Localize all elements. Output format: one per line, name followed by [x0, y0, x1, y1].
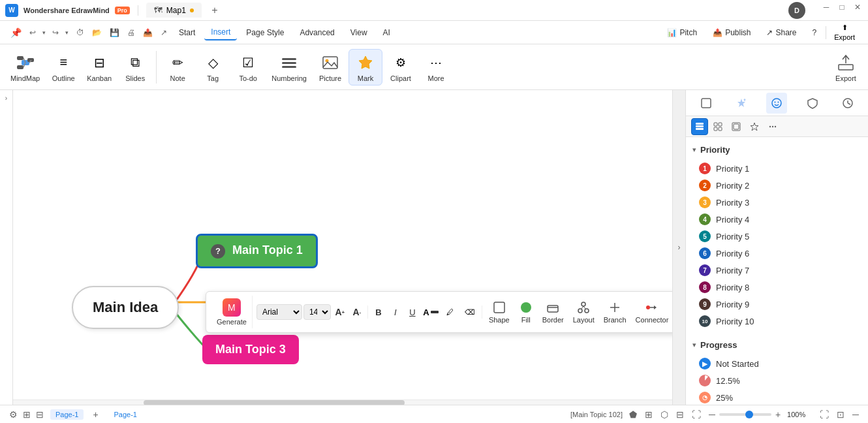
ribbon-export[interactable]: Export: [829, 50, 863, 85]
pitch-button[interactable]: 📊 Pitch: [660, 25, 704, 40]
zoom-out-button[interactable]: ─: [707, 409, 717, 420]
panel-frame-view-button[interactable]: [728, 118, 745, 135]
priority-item-6[interactable]: 6 Priority 6: [696, 245, 858, 262]
priority-item-1[interactable]: 1 Priority 1: [696, 160, 858, 177]
user-avatar[interactable]: D: [788, 2, 805, 19]
progress-section-header[interactable]: ▾ Progress: [691, 337, 863, 352]
panel-clock-button[interactable]: [837, 93, 858, 114]
print-button[interactable]: 🖨: [125, 27, 138, 39]
ribbon-todo[interactable]: ☑ To-do: [231, 50, 265, 85]
minimize-button[interactable]: ─: [821, 2, 831, 12]
ribbon-slides[interactable]: ⧉ Slides: [118, 50, 152, 85]
panel-more-view-button[interactable]: [764, 118, 781, 135]
status-fit-3[interactable]: ⬡: [659, 409, 670, 420]
status-fit-5[interactable]: ⛶: [690, 409, 702, 420]
share-small-button[interactable]: ↗: [158, 27, 170, 39]
zoom-slider[interactable]: [719, 413, 771, 416]
font-family-select[interactable]: Arial: [256, 304, 302, 320]
branch-button[interactable]: Branch: [600, 299, 630, 325]
panel-list-view-button[interactable]: [691, 118, 708, 135]
layout-button[interactable]: Layout: [569, 299, 598, 325]
page-layout-icon[interactable]: ⊟: [35, 409, 45, 420]
menu-start[interactable]: Start: [172, 25, 202, 40]
ribbon-tag[interactable]: ◇ Tag: [196, 50, 230, 85]
priority-item-5[interactable]: 5 Priority 5: [696, 228, 858, 245]
priority-item-7[interactable]: 7 Priority 7: [696, 262, 858, 279]
panel-grid-view-button[interactable]: [709, 118, 726, 135]
canvas[interactable]: Main Idea ? Main Topic 1 Main Topic 3 M …: [13, 90, 672, 405]
redo-dropdown[interactable]: ▾: [63, 28, 71, 37]
minus-icon[interactable]: ─: [851, 409, 860, 420]
publish-button[interactable]: 📤 Publish: [706, 25, 757, 40]
generate-button[interactable]: M Generate: [211, 296, 253, 328]
font-grow-button[interactable]: A+: [332, 304, 348, 320]
save-button[interactable]: 💾: [107, 27, 122, 39]
progress-item-12[interactable]: 12.5%: [696, 372, 858, 389]
priority-item-2[interactable]: 2 Priority 2: [696, 177, 858, 194]
map-tab[interactable]: 🗺 Map1: [146, 3, 202, 18]
ribbon-picture[interactable]: Picture: [313, 50, 347, 85]
panel-sparkle-button[interactable]: [731, 93, 752, 114]
help-button[interactable]: ?: [806, 25, 824, 40]
panel-star-view-button[interactable]: [746, 118, 763, 135]
panel-emoji-button[interactable]: [766, 93, 787, 114]
underline-button[interactable]: U: [405, 304, 420, 320]
ribbon-mark[interactable]: Mark: [349, 49, 382, 86]
zoom-in-button[interactable]: +: [774, 409, 782, 420]
panel-shape-button[interactable]: [696, 93, 717, 114]
panel-toggle-button[interactable]: ›: [672, 90, 685, 405]
fit-screen-button[interactable]: ⛶: [818, 409, 830, 420]
ribbon-kanban[interactable]: ⊟ Kanban: [82, 50, 117, 85]
status-fit-4[interactable]: ⊟: [675, 409, 685, 420]
pin-icon[interactable]: 📌: [8, 25, 24, 40]
canvas-scrollbar[interactable]: [13, 400, 672, 405]
priority-item-10[interactable]: 10 Priority 10: [696, 313, 858, 330]
add-page-button[interactable]: +: [89, 408, 102, 421]
text-color-button[interactable]: A: [422, 304, 440, 320]
topic-1-node[interactable]: ? Main Topic 1: [196, 234, 318, 268]
page-settings-icon[interactable]: ⚙: [8, 409, 19, 420]
menu-ai[interactable]: AI: [377, 25, 397, 40]
menu-view[interactable]: View: [344, 25, 374, 40]
priority-item-8[interactable]: 8 Priority 8: [696, 279, 858, 296]
main-idea-node[interactable]: Main Idea: [72, 286, 179, 329]
status-fit-1[interactable]: ⬟: [628, 409, 638, 420]
topic-3-node[interactable]: Main Topic 3: [202, 335, 299, 364]
status-fit-2[interactable]: ⊞: [643, 409, 654, 420]
connector-button[interactable]: Connector: [632, 299, 672, 325]
export-button[interactable]: ⬆ Export: [829, 21, 860, 44]
scrollbar-thumb[interactable]: [144, 400, 405, 405]
redo-button[interactable]: ↪: [50, 27, 61, 39]
menu-insert[interactable]: Insert: [204, 25, 237, 40]
ribbon-outline[interactable]: ≡ Outline: [46, 50, 80, 85]
fill-button[interactable]: Fill: [515, 299, 537, 325]
priority-item-9[interactable]: 9 Priority 9: [696, 296, 858, 313]
eraser-button[interactable]: ⌫: [461, 304, 479, 320]
font-size-select[interactable]: 14: [303, 304, 331, 320]
priority-item-3[interactable]: 3 Priority 3: [696, 194, 858, 211]
zoom-level[interactable]: 100%: [787, 411, 813, 418]
ribbon-note[interactable]: ✏ Note: [161, 50, 194, 85]
history-button[interactable]: ⏱: [74, 27, 87, 39]
italic-button[interactable]: I: [388, 304, 403, 320]
add-tab-button[interactable]: +: [207, 3, 223, 18]
undo-dropdown[interactable]: ▾: [40, 28, 48, 37]
ribbon-more[interactable]: ⋯ More: [419, 50, 453, 85]
panel-shield-button[interactable]: [802, 93, 823, 114]
priority-item-4[interactable]: 4 Priority 4: [696, 211, 858, 228]
shape-button[interactable]: Shape: [485, 299, 514, 325]
priority-section-header[interactable]: ▾ Priority: [691, 142, 863, 157]
font-shrink-button[interactable]: A-: [349, 304, 365, 320]
page-tab[interactable]: Page-1: [50, 409, 84, 420]
sidebar-expand-icon[interactable]: ›: [1, 93, 12, 103]
current-page-label[interactable]: Page-1: [107, 409, 143, 420]
highlight-color-button[interactable]: 🖊: [441, 304, 459, 320]
fullscreen-button[interactable]: ⊡: [835, 409, 846, 420]
open-button[interactable]: 📂: [89, 27, 104, 39]
border-button[interactable]: Border: [538, 299, 568, 325]
undo-button[interactable]: ↩: [27, 27, 39, 39]
progress-item-25[interactable]: ◔ 25%: [696, 389, 858, 405]
ribbon-clipart[interactable]: ⚙ Clipart: [384, 50, 418, 85]
ribbon-mindmap[interactable]: MindMap: [5, 50, 45, 85]
menu-page-style[interactable]: Page Style: [240, 25, 290, 40]
